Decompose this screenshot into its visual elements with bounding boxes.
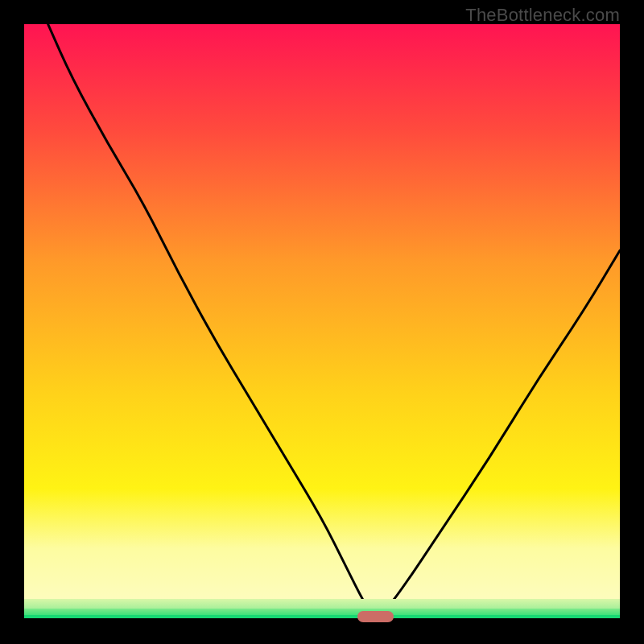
strip-upper	[24, 599, 620, 609]
chart-svg	[24, 24, 620, 620]
x-axis-baseline	[24, 618, 620, 620]
gradient-rect	[24, 24, 620, 620]
optimal-point-marker	[357, 611, 393, 622]
chart-frame: TheBottleneck.com	[0, 0, 644, 644]
watermark: TheBottleneck.com	[465, 5, 620, 26]
strip-mid	[24, 609, 620, 615]
plot-area	[24, 24, 620, 620]
